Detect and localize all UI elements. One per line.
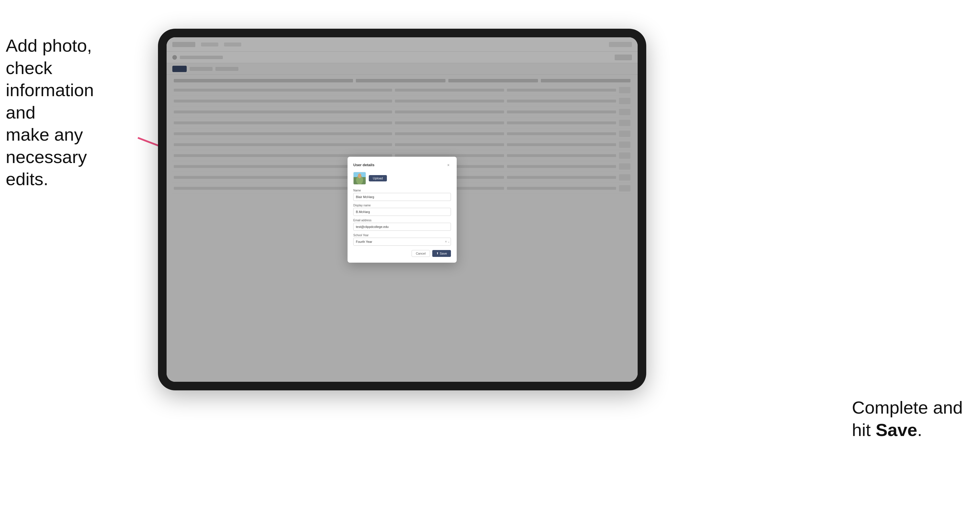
modal-overlay: User details × Upload Name [167,37,638,382]
display-name-label: Display name [353,204,451,207]
save-icon: ⬆ [436,252,439,255]
name-label: Name [353,189,451,192]
school-year-label: School Year [353,233,451,237]
annotation-right: Complete and hit Save. [852,397,963,441]
photo-section: Upload [353,172,451,184]
tablet-device: User details × Upload Name [158,29,646,390]
tablet-screen: User details × Upload Name [167,37,638,382]
school-year-input[interactable] [353,238,451,246]
user-photo-thumbnail [353,172,366,184]
upload-photo-button[interactable]: Upload [369,175,387,181]
close-icon[interactable]: × [446,162,451,168]
email-label: Email address [353,219,451,222]
app-background: User details × Upload Name [167,37,638,382]
school-year-dropdown-icon[interactable]: ⌄ [447,240,450,243]
school-year-clear-icon[interactable]: × [445,240,447,243]
school-year-field-group: School Year × ⌄ [353,233,451,246]
email-input[interactable] [353,223,451,231]
name-input[interactable] [353,193,451,201]
school-year-controls: × ⌄ [445,240,450,243]
user-details-modal: User details × Upload Name [348,157,457,263]
display-name-input[interactable] [353,208,451,216]
school-year-wrapper: × ⌄ [353,238,451,246]
cancel-button[interactable]: Cancel [412,250,430,257]
modal-header: User details × [353,162,451,168]
modal-title: User details [353,163,374,167]
display-name-field-group: Display name [353,204,451,216]
email-field-group: Email address [353,219,451,231]
modal-footer: Cancel ⬆ Save [353,250,451,257]
annotation-left: Add photo, check information and make an… [6,35,115,190]
save-button[interactable]: ⬆ Save [432,250,451,257]
save-button-label: Save [440,252,447,255]
photo-image [353,172,366,184]
name-field-group: Name [353,189,451,201]
